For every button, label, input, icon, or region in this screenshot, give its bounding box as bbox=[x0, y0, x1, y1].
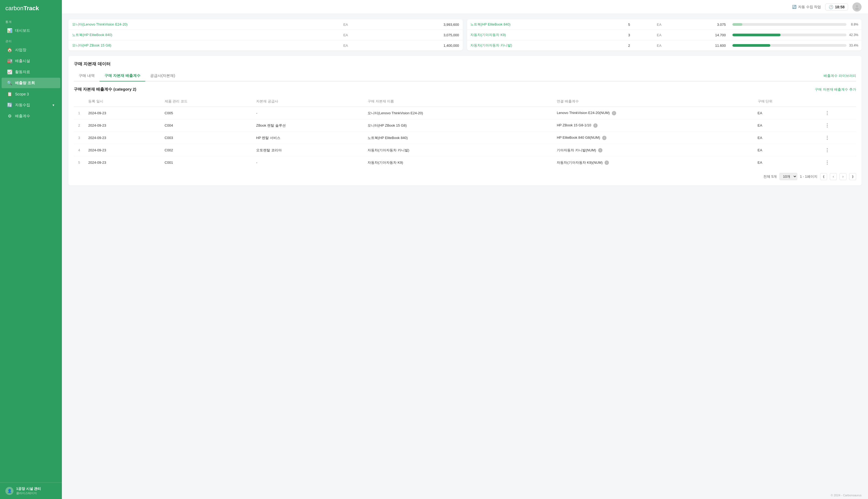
product-name-cell: 모니터(HP ZBook 15 G8) bbox=[364, 119, 553, 132]
date-cell: 2024-09-23 bbox=[84, 132, 161, 144]
progress-cell: 8.8% bbox=[729, 19, 861, 30]
auto-collect-action[interactable]: 🔄 자동 수집 작업 bbox=[792, 4, 821, 9]
sidebar-item-emission-factor[interactable]: ⚙ 배출계수 bbox=[2, 111, 60, 121]
sidebar-item-label: 대시보드 bbox=[15, 28, 30, 33]
emission-factor-cell: HP EliteBook 840 G8(NUM) i bbox=[553, 132, 754, 144]
info-icon[interactable]: i bbox=[598, 148, 603, 153]
scope3-icon: 📋 bbox=[7, 92, 12, 97]
sidebar-item-auto-collect[interactable]: 🔄 자동수집 ▼ bbox=[2, 100, 60, 110]
product-name-cell: 노트북(HP EliteBook 840) bbox=[364, 132, 553, 144]
sidebar-item-label: 자동수집 bbox=[15, 103, 30, 108]
sidebar-item-emission-lookup[interactable]: 🔍 배출량 조회 bbox=[2, 78, 60, 88]
logo-carbon: carbon bbox=[5, 5, 23, 12]
sidebar-item-label: Scope 3 bbox=[15, 92, 29, 96]
product-name[interactable]: 모니터(Lenovo ThinkVision E24-20) bbox=[68, 19, 321, 30]
tab-purchase-emission-factor[interactable]: 구매 자본재 배출계수 bbox=[99, 71, 145, 82]
total-count: 전체 5개 bbox=[763, 174, 777, 179]
factor-icon: ⚙ bbox=[7, 113, 12, 119]
stats-section-label: 통계 bbox=[0, 17, 62, 25]
product-name[interactable]: 모니터(HP ZBook 15 G8) bbox=[68, 40, 321, 51]
more-options-button[interactable] bbox=[825, 160, 829, 165]
main-content: 🔄 자동 수집 작업 🕐 18:58 모니터(Lenovo ThinkVisio… bbox=[62, 0, 868, 499]
section-title: 구매 자본재 데이터 bbox=[74, 61, 110, 67]
category-header: 구매 자본재 배출계수 (category 2) 구매 자본재 배출계수 추가 bbox=[74, 87, 856, 92]
column-header: 제품 관리 코드 bbox=[161, 96, 252, 107]
sidebar-item-label: 배출시설 bbox=[15, 59, 30, 63]
row-number: 5 bbox=[74, 157, 84, 169]
unit-cell: EA bbox=[754, 107, 821, 119]
sidebar-item-scope3[interactable]: 📋 Scope 3 bbox=[2, 89, 60, 99]
chevron-down-icon: ▼ bbox=[52, 104, 55, 107]
product-name-cell: 자동차(기아자동차 카니발) bbox=[364, 144, 553, 157]
supplier-cell: HP 렌탈 서비스 bbox=[252, 132, 364, 144]
row-number: 4 bbox=[74, 144, 84, 157]
emission-library-link[interactable]: 배출계수 라이브러리 bbox=[824, 73, 856, 78]
unit-cell: EA bbox=[642, 30, 676, 40]
more-options-button[interactable] bbox=[825, 135, 829, 141]
supplier-cell: - bbox=[252, 107, 364, 119]
per-page-select[interactable]: 10개20개50개 bbox=[780, 173, 797, 180]
column-header: 자본재 공급사 bbox=[252, 96, 364, 107]
content-area: 모니터(Lenovo ThinkVision E24-20) EA 3,993,… bbox=[62, 14, 868, 491]
sidebar-item-emission-facility[interactable]: 🏭 배출시설 bbox=[2, 56, 60, 66]
clock-icon: 🕐 bbox=[829, 5, 833, 9]
product-name[interactable]: 노트북(HP EliteBook 840) bbox=[68, 30, 321, 40]
logo-track: Track bbox=[23, 5, 39, 12]
info-icon[interactable]: i bbox=[612, 111, 616, 115]
more-options-button[interactable] bbox=[825, 110, 829, 115]
more-options-button[interactable] bbox=[825, 148, 829, 153]
product-name[interactable]: 노트북(HP EliteBook 840) bbox=[467, 19, 616, 30]
info-icon[interactable]: i bbox=[602, 136, 606, 140]
table-row: 모니터(HP ZBook 15 G8) EA 1,400,000 bbox=[68, 40, 463, 51]
sidebar-item-label: 배출량 조회 bbox=[15, 81, 35, 85]
section-header: 구매 자본재 데이터 bbox=[74, 61, 856, 67]
unit-cell: EA bbox=[642, 19, 676, 30]
left-top-card: 모니터(Lenovo ThinkVision E24-20) EA 3,993,… bbox=[68, 19, 463, 50]
product-name[interactable]: 자동차(기아자동차 카니발) bbox=[467, 40, 616, 51]
next-page-button[interactable]: › bbox=[840, 173, 846, 180]
sidebar-user: 👤 1공장 시설 관리 클라이스테이지 bbox=[0, 482, 62, 499]
unit-cell: EA bbox=[642, 40, 676, 51]
prev-page-button[interactable]: ‹ bbox=[830, 173, 837, 180]
code-cell: C004 bbox=[161, 119, 252, 132]
info-icon[interactable]: i bbox=[605, 160, 609, 165]
more-options-button[interactable] bbox=[825, 123, 829, 128]
table-row: 1 2024-09-23 C005 - 모니터(Lenovo ThinkVisi… bbox=[74, 107, 856, 119]
sidebar-item-label: 배출계수 bbox=[15, 114, 30, 119]
code-cell: C002 bbox=[161, 144, 252, 157]
amount-cell: 1,400,000 bbox=[370, 40, 463, 51]
info-icon[interactable]: i bbox=[593, 123, 598, 128]
emission-factor-table: 등록 일시제품 관리 코드자본재 공급사구매 자본재 이름연결 배출계수구매 단… bbox=[74, 96, 856, 169]
product-name[interactable]: 자동차(기아자동차 K9) bbox=[467, 30, 616, 40]
unit-cell: EA bbox=[321, 40, 370, 51]
tab-supplier[interactable]: 공급사(자본재) bbox=[145, 71, 180, 82]
qty-cell: 5 bbox=[616, 19, 642, 30]
unit-cell: EA bbox=[321, 19, 370, 30]
column-header bbox=[74, 96, 84, 107]
product-name-cell: 모니터(Lenovo ThinkVision E24-20) bbox=[364, 107, 553, 119]
unit-cell: EA bbox=[754, 119, 821, 132]
refresh-icon: 🔄 bbox=[792, 5, 796, 9]
pagination: 전체 5개 10개20개50개 1 - 1페이지 ⟪ ‹ › ⟫ bbox=[74, 173, 856, 180]
time-value: 18:58 bbox=[835, 5, 845, 9]
emission-factor-cell: Lenovo ThinkVision E24-20(NUM) i bbox=[553, 107, 754, 119]
user-info: 1공장 시설 관리 클라이스테이지 bbox=[16, 486, 41, 495]
unit-cell: EA bbox=[754, 144, 821, 157]
site-icon: 🏠 bbox=[7, 47, 12, 52]
sidebar-item-activity-data[interactable]: 📈 활동자료 bbox=[2, 67, 60, 77]
sidebar-item-dashboard[interactable]: 📊 대시보드 bbox=[2, 25, 60, 36]
table-row: 4 2024-09-23 C002 오토렌탈 코리아 자동차(기아자동차 카니발… bbox=[74, 144, 856, 157]
value-cell: 11.600 bbox=[676, 40, 729, 51]
code-cell: C005 bbox=[161, 107, 252, 119]
first-page-button[interactable]: ⟪ bbox=[820, 173, 827, 180]
header-avatar[interactable] bbox=[852, 2, 861, 12]
sidebar-item-site[interactable]: 🏠 사업장 bbox=[2, 45, 60, 55]
actions-cell bbox=[821, 157, 856, 169]
actions-cell bbox=[821, 119, 856, 132]
date-cell: 2024-09-23 bbox=[84, 157, 161, 169]
table-row: 모니터(Lenovo ThinkVision E24-20) EA 3,993,… bbox=[68, 19, 463, 30]
column-header: 등록 일시 bbox=[84, 96, 161, 107]
last-page-button[interactable]: ⟫ bbox=[849, 173, 856, 180]
tab-purchase-history[interactable]: 구매 내역 bbox=[74, 71, 99, 82]
add-emission-factor-button[interactable]: 구매 자본재 배출계수 추가 bbox=[815, 87, 856, 92]
